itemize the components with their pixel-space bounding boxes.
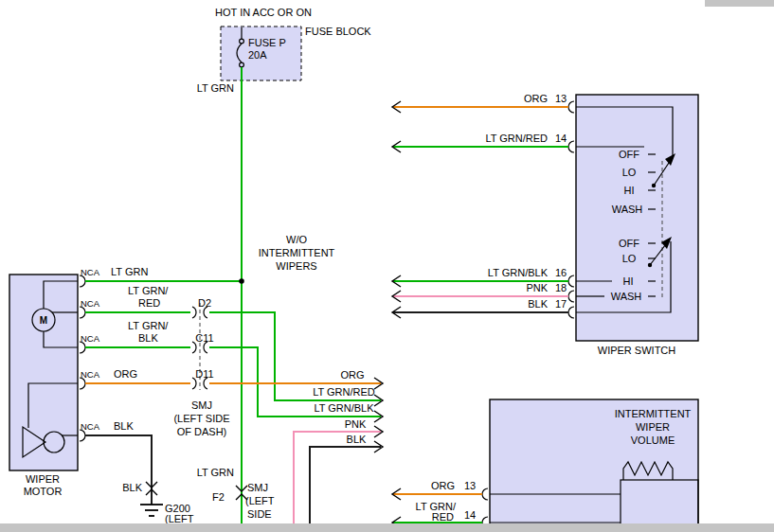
terminal-label: NCA xyxy=(81,298,100,309)
wire-label: BLK xyxy=(138,332,158,344)
fuse-name: FUSE P xyxy=(248,37,286,48)
wire-label: LT GRN xyxy=(197,82,234,94)
intermittent-title: INTERMITTENT xyxy=(615,408,692,419)
switch-position-label: OFF xyxy=(619,149,639,160)
wire-label: BLK xyxy=(528,298,548,310)
switch-position-label: WASH xyxy=(612,204,643,215)
connector-id: F2 xyxy=(212,491,225,503)
pin-number: 18 xyxy=(555,282,567,293)
smj-label: SIDE xyxy=(247,508,272,520)
smj-label: (LEFT xyxy=(245,495,275,506)
wire-label: BLK xyxy=(347,434,367,445)
wire-label: ORG xyxy=(431,480,455,491)
switch-position-label: LO xyxy=(622,253,637,264)
switch-position-label: OFF xyxy=(619,238,639,249)
wire-label: BLK xyxy=(114,420,134,432)
wire-label: LT GRN/BLK xyxy=(314,402,374,414)
wire-label: LT GRN/RED xyxy=(313,386,375,398)
wire-pnk xyxy=(294,432,381,523)
wire-label: PNK xyxy=(345,418,367,430)
wiper-switch-box xyxy=(576,95,698,341)
terminal-label: NCA xyxy=(81,421,100,432)
terminal-label: NCA xyxy=(81,369,100,380)
wire-label: LT GRN/RED xyxy=(485,133,548,144)
wiper-motor-title: MOTOR xyxy=(24,486,63,497)
connector-id: C11 xyxy=(195,332,213,344)
wire-label: LT GRN/ xyxy=(128,285,169,296)
wire-label: LT GRN xyxy=(197,467,234,478)
wire-label: ORG xyxy=(340,369,364,381)
switch-pin xyxy=(568,307,574,318)
wire-label: RED xyxy=(138,297,160,309)
wire-junction-dot xyxy=(239,278,244,284)
switch-arm-upper-pivot xyxy=(652,184,656,187)
group-label: WIPERS xyxy=(276,260,316,272)
switch-pin xyxy=(568,275,574,287)
viewer-bottom-edge xyxy=(0,523,774,532)
wiper-switch-title: WIPER SWITCH xyxy=(598,345,676,356)
smj-label: (LEFT SIDE xyxy=(173,413,229,424)
switch-pin xyxy=(568,291,574,302)
intermittent-title: WIPER xyxy=(636,421,670,433)
wire-label: LT GRN xyxy=(111,266,148,277)
intermittent-title: VOLUME xyxy=(631,434,675,446)
switch-pin xyxy=(568,141,574,152)
motor-symbol-letter: M xyxy=(40,315,47,326)
switch-position-label: HI xyxy=(624,185,635,196)
wire-label: ORG xyxy=(524,93,548,104)
ground-id: (LEFT xyxy=(165,513,194,524)
wire-label: BLK xyxy=(122,482,142,493)
wire-blk-ground xyxy=(85,435,152,505)
intermittent-pin xyxy=(482,488,488,500)
switch-pin xyxy=(568,101,574,113)
switch-position-label: LO xyxy=(622,167,637,178)
connector-id: D11 xyxy=(195,368,213,380)
smj-label: OF DASH) xyxy=(177,426,227,437)
wiper-motor: M xyxy=(9,275,85,470)
wire-blk xyxy=(310,447,381,523)
switch-arm-lower-pivot xyxy=(648,263,652,267)
terminal-label: NCA xyxy=(81,267,100,277)
intermittent-wiper-volume xyxy=(482,399,698,532)
pin-number: 13 xyxy=(464,480,476,491)
fuse-block-title: FUSE BLOCK xyxy=(305,26,371,37)
viewer-top-right-edge xyxy=(705,0,774,7)
smj-label: SMJ xyxy=(191,399,212,411)
group-label: W/O xyxy=(286,234,307,245)
wire-label: LT GRN/ xyxy=(128,320,169,331)
wire-label: RED xyxy=(432,511,454,523)
pin-number: 17 xyxy=(555,298,567,310)
terminal-label: NCA xyxy=(81,333,100,344)
switch-position-label: WASH xyxy=(611,291,642,302)
switch-position-label: HI xyxy=(623,275,634,287)
intermittent-box xyxy=(490,399,698,532)
group-label: INTERMITTENT xyxy=(259,247,335,258)
hot-feed-label: HOT IN ACC OR ON xyxy=(215,7,312,18)
wiring-diagram-canvas: M xyxy=(0,0,774,532)
smj-label: SMJ xyxy=(247,482,268,493)
connector-id: D2 xyxy=(198,297,211,309)
wiper-switch xyxy=(568,95,698,341)
inline-connector-half xyxy=(192,307,196,318)
pin-number: 14 xyxy=(555,133,567,144)
pin-number: 16 xyxy=(555,267,567,278)
wiper-motor-title: WIPER xyxy=(26,473,60,485)
wire-label: LT GRN/BLK xyxy=(488,267,549,278)
wiring-diagram-page: M xyxy=(0,0,774,532)
fuse-rating: 20A xyxy=(248,49,267,61)
pin-number: 14 xyxy=(464,509,476,521)
pin-number: 13 xyxy=(555,93,567,104)
wire-label: ORG xyxy=(114,368,137,380)
wire-label: PNK xyxy=(526,282,548,293)
